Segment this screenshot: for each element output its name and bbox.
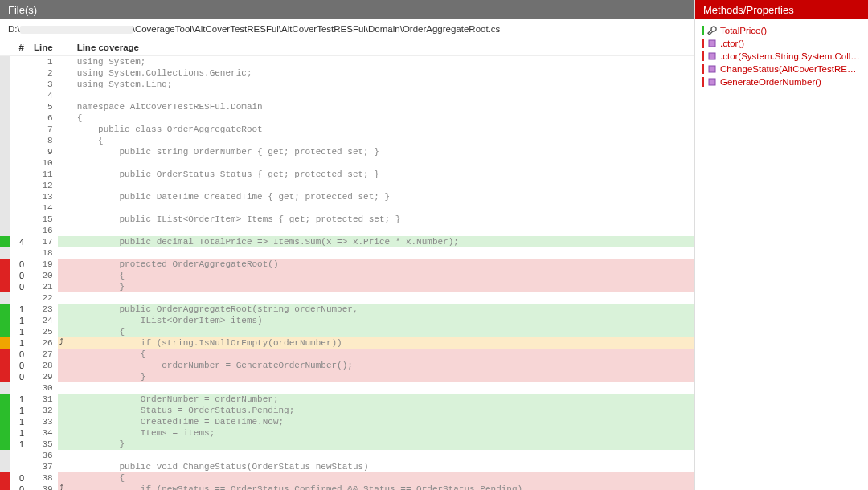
- line-number: 4: [29, 90, 58, 101]
- code-row[interactable]: 020 {: [0, 270, 694, 281]
- line-number: 19: [29, 259, 58, 270]
- code-row[interactable]: 132 Status = OrderStatus.Pending;: [0, 405, 694, 416]
- code-row[interactable]: 8 {: [0, 135, 694, 146]
- coverage-gutter: [0, 157, 10, 169]
- source-line: public void ChangeStatus(OrderStatus new…: [72, 461, 694, 472]
- line-number: 11: [29, 169, 58, 180]
- method-item[interactable]: ChangeStatus(AltCoverTestRESFul.Dom…: [698, 63, 865, 76]
- methods-list: TotalPrice().ctor().ctor(System.String,S…: [695, 19, 868, 93]
- line-number: 35: [29, 439, 58, 450]
- branch-indicator: [58, 270, 72, 281]
- branch-indicator: [58, 382, 72, 394]
- code-row[interactable]: 7 public class OrderAggregateRoot: [0, 124, 694, 135]
- coverage-gutter: [0, 472, 10, 484]
- code-row[interactable]: 2using System.Collections.Generic;: [0, 67, 694, 79]
- branch-indicator: [58, 157, 72, 169]
- coverage-gutter: [0, 461, 10, 472]
- hit-count: [10, 202, 29, 214]
- code-row[interactable]: 135 }: [0, 439, 694, 450]
- code-row[interactable]: 417 public decimal TotalPrice => Items.S…: [0, 236, 694, 247]
- svg-rect-3: [709, 79, 715, 85]
- code-row[interactable]: 6{: [0, 112, 694, 124]
- code-row[interactable]: 3using System.Linq;: [0, 79, 694, 90]
- code-row[interactable]: 12: [0, 180, 694, 191]
- source-line: {: [72, 349, 694, 360]
- line-number: 16: [29, 225, 58, 236]
- code-row[interactable]: 133 CreatedTime = DateTime.Now;: [0, 416, 694, 427]
- code-row[interactable]: 15 public IList<OrderItem> Items { get; …: [0, 214, 694, 225]
- code-row[interactable]: 019 protected OrderAggregateRoot(): [0, 259, 694, 270]
- branch-indicator: [58, 427, 72, 439]
- coverage-gutter: [0, 371, 10, 382]
- code-row[interactable]: 123 public OrderAggregateRoot(string ord…: [0, 304, 694, 315]
- path-prefix: D:\: [8, 24, 20, 34]
- code-row[interactable]: 039⤴ if (newStatus == OrderStatus.Confir…: [0, 484, 694, 490]
- line-number: 33: [29, 416, 58, 427]
- method-item[interactable]: GenerateOrderNumber(): [698, 76, 865, 88]
- coverage-gutter: [0, 292, 10, 304]
- code-row[interactable]: 37 public void ChangeStatus(OrderStatus …: [0, 461, 694, 472]
- source-line: public DateTime CreatedTime { get; prote…: [72, 191, 694, 202]
- coverage-gutter: [0, 450, 10, 461]
- line-number: 13: [29, 191, 58, 202]
- code-row[interactable]: 11 public OrderStatus Status { get; prot…: [0, 169, 694, 180]
- code-row[interactable]: 134 Items = items;: [0, 427, 694, 439]
- coverage-gutter: [0, 259, 10, 270]
- code-row[interactable]: 36: [0, 450, 694, 461]
- hit-count: [10, 214, 29, 225]
- coverage-gutter: [0, 315, 10, 326]
- method-coverage-bar: [702, 77, 704, 87]
- code-row[interactable]: 1using System;: [0, 56, 694, 68]
- method-item[interactable]: .ctor(System.String,System.Collections.G…: [698, 50, 865, 63]
- code-row[interactable]: 13 public DateTime CreatedTime { get; pr…: [0, 191, 694, 202]
- coverage-gutter: [0, 146, 10, 157]
- hit-count: [10, 382, 29, 394]
- code-scroll[interactable]: # Line Line coverage 1using System;2usin…: [0, 39, 694, 490]
- source-line: using System;: [72, 56, 694, 68]
- method-coverage-bar: [702, 26, 704, 35]
- coverage-gutter: [0, 202, 10, 214]
- code-row[interactable]: 18: [0, 247, 694, 259]
- method-item[interactable]: .ctor(): [698, 37, 865, 50]
- code-row[interactable]: 22: [0, 292, 694, 304]
- code-row[interactable]: 16: [0, 225, 694, 236]
- code-row[interactable]: 125 {: [0, 326, 694, 337]
- code-row[interactable]: 028 orderNumber = GenerateOrderNumber();: [0, 360, 694, 371]
- code-row[interactable]: 5namespace AltCoverTestRESFul.Domain: [0, 101, 694, 112]
- coverage-gutter: [0, 124, 10, 135]
- code-row[interactable]: 124 IList<OrderItem> items): [0, 315, 694, 326]
- method-item[interactable]: TotalPrice(): [698, 24, 865, 37]
- source-line: public OrderStatus Status { get; protect…: [72, 169, 694, 180]
- hit-count: [10, 292, 29, 304]
- hit-count: 0: [10, 472, 29, 484]
- source-line: public OrderAggregateRoot(string orderNu…: [72, 304, 694, 315]
- source-line: [72, 90, 694, 101]
- source-line: {: [72, 472, 694, 484]
- hit-count: 0: [10, 360, 29, 371]
- code-row[interactable]: 14: [0, 202, 694, 214]
- line-number: 20: [29, 270, 58, 281]
- code-row[interactable]: 029 }: [0, 371, 694, 382]
- code-row[interactable]: 4: [0, 90, 694, 101]
- branch-indicator: [58, 236, 72, 247]
- code-row[interactable]: 027 {: [0, 349, 694, 360]
- branch-indicator: [58, 292, 72, 304]
- coverage-gutter: [0, 236, 10, 247]
- code-row[interactable]: 10: [0, 157, 694, 169]
- branch-indicator: [58, 180, 72, 191]
- app-root: File(s) D:\\CoverageTool\AltCoverTestRES…: [0, 0, 868, 490]
- source-line: [72, 247, 694, 259]
- code-row[interactable]: 038 {: [0, 472, 694, 484]
- code-row[interactable]: 021 }: [0, 281, 694, 292]
- hit-count: [10, 180, 29, 191]
- coverage-gutter: [0, 337, 10, 349]
- code-row[interactable]: 126⤴ if (string.IsNullOrEmpty(orderNumbe…: [0, 337, 694, 349]
- code-row[interactable]: 9 public string OrderNumber { get; prote…: [0, 146, 694, 157]
- code-row[interactable]: 30: [0, 382, 694, 394]
- hit-count: [10, 191, 29, 202]
- code-header-row: # Line Line coverage: [0, 39, 694, 56]
- branch-indicator: [58, 112, 72, 124]
- code-row[interactable]: 131 OrderNumber = orderNumber;: [0, 394, 694, 405]
- coverage-gutter: [0, 349, 10, 360]
- coverage-gutter: [0, 427, 10, 439]
